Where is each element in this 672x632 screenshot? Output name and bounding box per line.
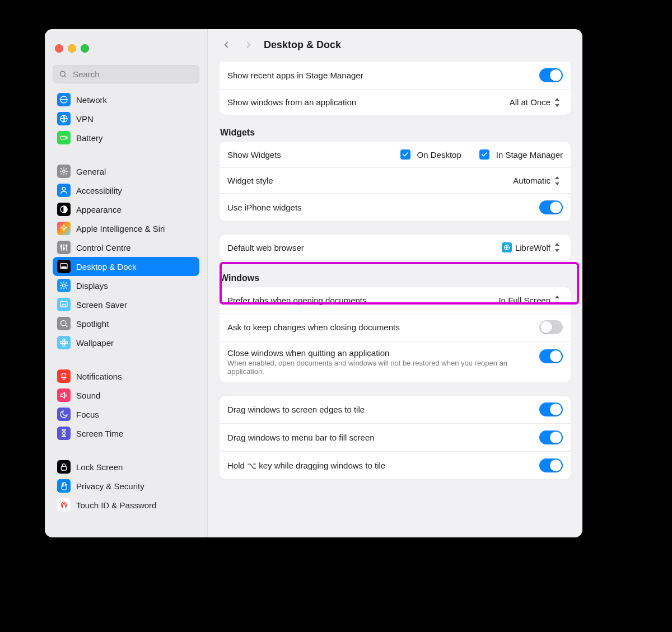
stage-manager-group-partial: Show recent apps in Stage Manager Show w…	[219, 61, 571, 115]
sidebar-item-label: Desktop & Dock	[76, 262, 137, 271]
widget-style-popup[interactable]: Automatic	[511, 175, 563, 186]
search-icon	[57, 317, 71, 330]
on-desktop-checkbox[interactable]	[400, 149, 410, 160]
person-icon	[57, 184, 71, 197]
ask-keep-changes-toggle[interactable]	[539, 320, 563, 334]
page-title: Desktop & Dock	[264, 39, 341, 51]
sidebar-item-label: Screen Time	[76, 429, 123, 438]
svg-point-21	[63, 341, 65, 344]
sidebar-item-label: Appearance	[76, 205, 122, 214]
sidebar-item-control-centre[interactable]: Control Centre	[53, 238, 199, 257]
setting-label: Show windows from an application	[227, 97, 501, 107]
sidebar-item-spotlight[interactable]: Spotlight	[53, 314, 199, 333]
setting-label: Ask to keep changes when closing documen…	[227, 322, 533, 332]
sidebar-item-wallpaper[interactable]: Wallpaper	[53, 333, 199, 352]
sidebar-item-label: Control Centre	[76, 243, 131, 252]
svg-point-23	[63, 344, 65, 347]
sidebar-item-label: Screen Saver	[76, 300, 127, 310]
sidebar-item-general[interactable]: General	[53, 162, 199, 181]
sliders-icon	[57, 241, 71, 254]
sidebar-item-battery[interactable]: Battery	[53, 128, 199, 147]
svg-point-7	[62, 188, 65, 190]
system-settings-window: Network VPN Battery General Accessibilit…	[45, 29, 582, 537]
search-icon	[59, 70, 67, 78]
minimize-window-button[interactable]	[68, 44, 76, 53]
back-button[interactable]	[219, 38, 234, 52]
use-iphone-widgets-toggle[interactable]	[539, 200, 563, 214]
window-controls	[45, 29, 207, 60]
sidebar-item-accessibility[interactable]: Accessibility	[53, 181, 199, 200]
sidebar-item-vpn[interactable]: VPN	[53, 109, 199, 128]
hand-icon	[57, 479, 71, 493]
sidebar-list[interactable]: Network VPN Battery General Accessibilit…	[45, 87, 207, 521]
hold-option-toggle[interactable]	[539, 458, 563, 472]
globe-icon	[57, 93, 71, 106]
search-input[interactable]	[72, 69, 193, 79]
sidebar-item-focus[interactable]: Focus	[53, 405, 199, 424]
svg-point-24	[60, 341, 62, 344]
sidebar-item-label: Displays	[76, 281, 108, 291]
sidebar-item-screen-saver[interactable]: Screen Saver	[53, 295, 199, 314]
setting-label: Show recent apps in Stage Manager	[227, 71, 533, 80]
setting-label: Drag windows to screen edges to tile	[227, 405, 533, 414]
sidebar-item-label: Battery	[76, 133, 103, 143]
chevron-updown-icon	[554, 296, 561, 305]
svg-line-1	[64, 76, 66, 77]
svg-point-17	[62, 284, 65, 287]
prefer-tabs-popup[interactable]: In Full Screen	[496, 294, 563, 306]
show-windows-from-popup[interactable]: All at Once	[507, 96, 563, 108]
sidebar-item-sound[interactable]: Sound	[53, 386, 199, 405]
dock-icon	[57, 260, 71, 273]
sidebar-item-screen-time[interactable]: Screen Time	[53, 424, 199, 443]
sidebar-item-label: General	[76, 167, 106, 176]
svg-point-0	[60, 72, 66, 77]
chevron-updown-icon	[554, 243, 561, 252]
section-heading-windows: Windows	[220, 273, 570, 283]
setting-label: Close windows when quitting an applicati…	[227, 348, 533, 376]
sidebar-item-label: Wallpaper	[76, 338, 114, 348]
zoom-window-button[interactable]	[81, 44, 89, 53]
sidebar-item-desktop-dock[interactable]: Desktop & Dock	[53, 257, 199, 276]
setting-label: Default web browser	[227, 243, 493, 252]
close-windows-quit-toggle[interactable]	[539, 349, 563, 363]
widgets-group: Show Widgets On Desktop In Stage Manager…	[219, 141, 571, 222]
in-stage-manager-checkbox[interactable]	[479, 149, 489, 160]
screensaver-icon	[57, 298, 71, 311]
close-window-button[interactable]	[55, 44, 63, 53]
drag-menubar-toggle[interactable]	[539, 430, 563, 444]
search-field[interactable]	[53, 65, 199, 83]
sidebar-item-apple-intelligence-siri[interactable]: Apple Intelligence & Siri	[53, 219, 199, 238]
svg-point-12	[60, 246, 62, 247]
drag-edges-toggle[interactable]	[539, 402, 563, 416]
svg-point-14	[66, 245, 67, 246]
sidebar-item-lock-screen[interactable]: Lock Screen	[53, 457, 199, 476]
battery-icon	[57, 131, 71, 144]
lock-icon	[57, 460, 71, 474]
content-scroll[interactable]: Show recent apps in Stage Manager Show w…	[208, 61, 582, 537]
gear-icon	[57, 165, 71, 178]
checkbox-label: On Desktop	[417, 150, 461, 160]
default-browser-popup[interactable]: LibreWolf	[500, 241, 563, 254]
sidebar-item-label: Notifications	[76, 372, 122, 381]
setting-label: Prefer tabs when opening documents	[227, 296, 489, 305]
sidebar-item-touch-id-password[interactable]: Touch ID & Password	[53, 495, 199, 514]
sidebar-item-displays[interactable]: Displays	[53, 276, 199, 295]
main-pane: Desktop & Dock Show recent apps in Stage…	[208, 29, 582, 537]
recent-apps-toggle[interactable]	[539, 68, 563, 82]
forward-button[interactable]	[241, 38, 256, 52]
bell-icon	[57, 369, 71, 383]
sidebar-item-label: Privacy & Security	[76, 481, 144, 491]
sidebar-item-label: VPN	[76, 114, 94, 124]
toolbar: Desktop & Dock	[208, 29, 582, 61]
hourglass-icon	[57, 427, 71, 440]
svg-rect-4	[60, 136, 66, 139]
windows-group-2: Drag windows to screen edges to tile Dra…	[219, 395, 571, 480]
sparkle-icon	[57, 222, 71, 235]
sidebar-item-privacy-security[interactable]: Privacy & Security	[53, 476, 199, 495]
sidebar-item-appearance[interactable]: Appearance	[53, 200, 199, 219]
svg-rect-16	[62, 267, 66, 268]
sidebar-item-label: Lock Screen	[76, 462, 123, 472]
sidebar-item-network[interactable]: Network	[53, 90, 199, 109]
sidebar-item-notifications[interactable]: Notifications	[53, 367, 199, 386]
windows-group-1: Prefer tabs when opening documents In Fu…	[219, 287, 571, 383]
